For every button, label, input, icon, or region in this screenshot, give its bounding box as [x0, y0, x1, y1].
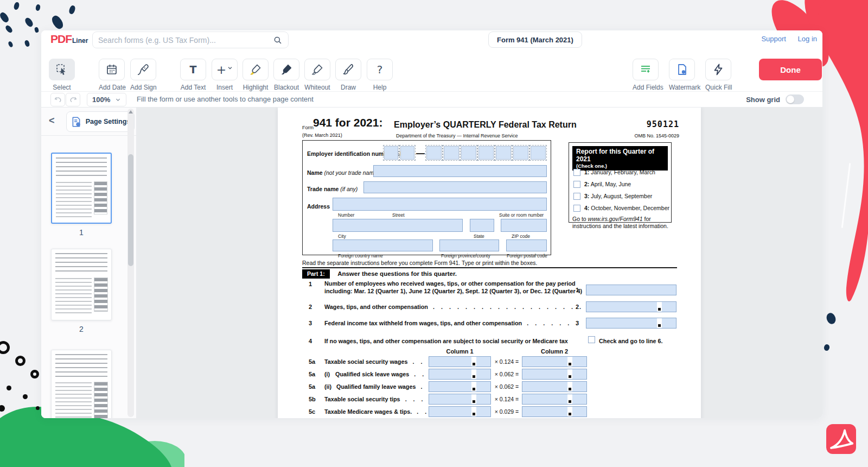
- top-header: PDF Liner Form 941 (March 2021) Support …: [41, 30, 822, 50]
- form-word: Form: [302, 125, 314, 130]
- add-date-button[interactable]: Add Date: [99, 59, 125, 91]
- decor-navy-dot: [824, 344, 830, 351]
- add-text-button[interactable]: T Add Text: [180, 59, 206, 91]
- watermark-button[interactable]: Watermark: [669, 59, 695, 91]
- row5a-dots: . .: [412, 358, 422, 365]
- plus-icon: +: [216, 63, 226, 77]
- chevron-down-icon: [227, 65, 233, 71]
- zip-field[interactable]: [501, 219, 547, 232]
- quarter-1-checkbox[interactable]: [573, 169, 580, 176]
- highlight-button[interactable]: Highlight: [242, 59, 269, 91]
- quarter-footer-line2: instructions and the latest information.: [572, 223, 668, 229]
- pdfliner-logo[interactable]: PDF Liner: [50, 33, 88, 46]
- whiteout-button[interactable]: Whiteout: [304, 59, 330, 91]
- ein-cell[interactable]: [478, 146, 494, 160]
- row5ai-col2-field[interactable]: [522, 369, 587, 380]
- quarter-2-checkbox[interactable]: [573, 181, 580, 188]
- line4-checkbox[interactable]: [588, 336, 595, 343]
- show-grid-toggle[interactable]: [786, 94, 804, 104]
- trade-name-field[interactable]: [363, 181, 547, 193]
- scroll-up-arrow-icon[interactable]: [129, 110, 133, 113]
- select-label: Select: [49, 84, 75, 91]
- whiteout-brush-icon: [311, 63, 324, 76]
- ein-cell[interactable]: [444, 146, 459, 160]
- row5ai-col1-field[interactable]: [429, 369, 491, 380]
- redo-button[interactable]: [66, 93, 80, 106]
- row5aii-col1-field[interactable]: [429, 381, 491, 392]
- blackout-brush-icon: [280, 63, 293, 76]
- row5c-col1-field[interactable]: [429, 406, 491, 417]
- done-button[interactable]: Done: [759, 59, 822, 80]
- row5b-col2-field[interactable]: [522, 394, 587, 405]
- line2-amount-field[interactable]: [586, 301, 676, 312]
- scrollbar-thumb[interactable]: [128, 154, 133, 266]
- zoom-dropdown[interactable]: 100%: [87, 93, 126, 106]
- ein-cell[interactable]: [384, 146, 398, 160]
- address-number-sublabel: Number: [338, 212, 354, 218]
- draw-button[interactable]: Draw: [335, 59, 361, 91]
- quarter-3-text: July, August, September: [589, 193, 652, 199]
- search-bar[interactable]: [92, 31, 289, 48]
- foreign-country-field[interactable]: [333, 239, 433, 251]
- row5c-multiplier: × 0.029 =: [493, 408, 521, 415]
- line3-amount-field[interactable]: [586, 318, 676, 329]
- sign-pen-icon: [137, 63, 150, 76]
- name-field[interactable]: [373, 165, 547, 177]
- ein-cell[interactable]: [531, 146, 546, 160]
- ein-cell[interactable]: [496, 146, 511, 160]
- select-button[interactable]: Select: [49, 59, 75, 91]
- sidebar-scrollbar[interactable]: [127, 109, 134, 417]
- ein-cell[interactable]: [513, 146, 528, 160]
- logo-liner: Liner: [72, 37, 88, 45]
- address-field[interactable]: [333, 198, 547, 211]
- collapse-sidebar-chevron-icon[interactable]: <: [49, 115, 55, 127]
- help-button[interactable]: ? Help: [367, 59, 393, 91]
- ein-cell[interactable]: [426, 146, 442, 160]
- search-input[interactable]: [98, 36, 273, 45]
- ein-cell[interactable]: [461, 146, 476, 160]
- foreign-postal-field[interactable]: [506, 239, 547, 251]
- row5b-label: Taxable social security tips: [324, 396, 400, 402]
- page-thumbnail-1[interactable]: [51, 153, 112, 224]
- add-sign-button[interactable]: Add Sign: [130, 59, 156, 91]
- quick-fill-button[interactable]: Quick Fill: [705, 59, 731, 91]
- page-settings-button[interactable]: Page Settings: [66, 111, 135, 132]
- blackout-label: Blackout: [273, 84, 299, 91]
- state-field[interactable]: [470, 219, 494, 232]
- support-link[interactable]: Support: [761, 35, 786, 43]
- quarter-1-num: 1:: [584, 169, 589, 175]
- row5b-number: 5b: [309, 396, 316, 402]
- add-fields-button[interactable]: Add Fields: [633, 59, 659, 91]
- undo-button[interactable]: [50, 93, 65, 106]
- watermark-label: Watermark: [669, 84, 695, 91]
- quarter-2-text: April, May, June: [589, 181, 631, 187]
- quarter-4-checkbox[interactable]: [573, 205, 580, 212]
- blackout-button[interactable]: Blackout: [273, 59, 299, 91]
- row5a-col2-field[interactable]: [522, 356, 587, 367]
- line3-number: 3: [309, 320, 312, 326]
- quarter-3-checkbox[interactable]: [573, 193, 580, 200]
- ein-cell[interactable]: [400, 146, 414, 160]
- line1-text-b: including: Mar. 12 (Quarter 1), June 12 …: [324, 288, 582, 294]
- insert-button[interactable]: + Insert: [212, 59, 238, 91]
- foreign-province-field[interactable]: [439, 239, 499, 251]
- page-thumbnail-2[interactable]: [51, 249, 112, 320]
- line1-field[interactable]: [586, 285, 676, 295]
- add-date-label: Add Date: [99, 84, 125, 91]
- thumbnail-preview: [56, 157, 107, 219]
- row5c-label: Taxable Medicare wages & tips.: [324, 408, 412, 415]
- column1-header: Column 1: [429, 348, 491, 355]
- show-grid-label: Show grid: [746, 96, 780, 104]
- city-field[interactable]: [333, 219, 463, 232]
- page-thumbnail-3[interactable]: [51, 350, 112, 418]
- employer-info-box: Employer identification number (EIN) —: [302, 140, 551, 255]
- quarter-2-num: 2:: [584, 181, 589, 187]
- row5a-col1-field[interactable]: [429, 356, 491, 367]
- foreign-country-sublabel: Foreign country name: [338, 253, 383, 258]
- row5b-col1-field[interactable]: [429, 394, 491, 405]
- row5c-col2-field[interactable]: [522, 406, 587, 417]
- form-department: Department of the Treasury — Internal Re…: [396, 133, 518, 138]
- row5aii-col2-field[interactable]: [522, 381, 587, 392]
- login-link[interactable]: Log in: [798, 35, 817, 43]
- row5c-number: 5c: [309, 408, 315, 415]
